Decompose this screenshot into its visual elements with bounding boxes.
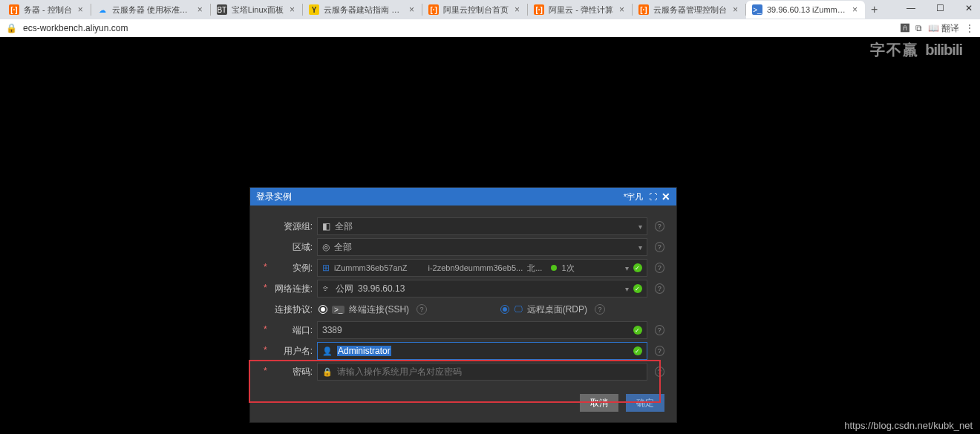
dialog-title: 登录实例 xyxy=(256,191,624,203)
tab-bar: [·]务器 - 控制台× ☁云服务器 使用标准登录方式× BT宝塔Linux面板… xyxy=(0,0,980,19)
close-icon[interactable]: × xyxy=(76,4,85,15)
help-icon[interactable]: ? xyxy=(655,221,664,231)
close-icon[interactable]: × xyxy=(196,4,204,15)
input-password[interactable]: 🔒 xyxy=(317,363,647,381)
address-bar: 🔒 ecs-workbench.aliyun.com 🅰 ⧉ 📖 翻译 ⋮ xyxy=(0,19,980,37)
radio-label: 远程桌面(RDP) xyxy=(527,303,587,316)
page-content: 字不羸 bilibili https://blog.csdn.net/kubk_… xyxy=(0,37,980,434)
network-ip: 39.96.60.13 xyxy=(358,283,405,294)
row-instance: *实例: ⊞ iZummm36eb57anZ i-2zebn9deummm36e… xyxy=(262,257,664,278)
row-resource-group: 资源组: ◧ 全部 ▾ ? xyxy=(262,216,664,237)
close-window-button[interactable]: ✕ xyxy=(961,1,977,15)
password-field[interactable] xyxy=(337,366,642,377)
tab-5[interactable]: [·]阿里云 - 弹性计算× xyxy=(528,1,632,19)
expand-icon[interactable]: ⛶ xyxy=(649,192,657,201)
tab-0[interactable]: [·]务器 - 控制台× xyxy=(3,1,91,19)
radio-ssh[interactable]: >_ 终端连接(SSH) ? xyxy=(318,303,427,316)
label-instance: *实例: xyxy=(262,262,317,274)
dialog-header: 登录实例 *宇凡 ⛶ ✕ xyxy=(250,188,676,206)
port-field[interactable] xyxy=(322,325,642,335)
maximize-button[interactable]: ☐ xyxy=(932,1,949,15)
instance-region: 北... xyxy=(527,263,542,274)
windows-icon: ⊞ xyxy=(322,263,330,273)
url-text[interactable]: ecs-workbench.aliyun.com xyxy=(23,23,895,33)
input-username[interactable]: 👤 Administrator ✓ xyxy=(317,342,647,360)
radio-rdp[interactable]: 🖵 远程桌面(RDP) ? xyxy=(500,303,605,316)
ok-button[interactable]: 确定 xyxy=(626,394,664,412)
watermark-bottom: https://blog.csdn.net/kubk_net xyxy=(844,420,973,431)
help-icon[interactable]: ? xyxy=(655,366,664,377)
dialog-body: 资源组: ◧ 全部 ▾ ? 区域: ◎ 全部 ▾ xyxy=(250,206,676,387)
wifi-icon: ᯤ xyxy=(322,283,331,294)
desktop-icon: 🖵 xyxy=(514,304,523,315)
minimize-button[interactable]: — xyxy=(902,1,920,15)
check-icon: ✓ xyxy=(633,263,642,272)
tab-label: 宝塔Linux面板 xyxy=(232,4,284,16)
select-network[interactable]: ᯤ 公网 39.96.60.13 ▾ ✓ xyxy=(317,280,647,297)
lock-icon: 🔒 xyxy=(322,367,333,377)
chevron-down-icon: ▾ xyxy=(625,264,629,272)
dialog-close-icon[interactable]: ✕ xyxy=(662,191,670,203)
reader-icon[interactable]: 📖 翻译 xyxy=(928,22,959,35)
window-controls: — ☐ ✕ xyxy=(902,1,977,15)
header-author[interactable]: *宇凡 xyxy=(624,191,643,203)
close-icon[interactable]: × xyxy=(851,4,859,15)
help-icon[interactable]: ? xyxy=(595,304,605,315)
tab-label: 云服务器管理控制台 xyxy=(653,4,727,16)
tab-2[interactable]: BT宝塔Linux面板× xyxy=(211,1,302,19)
row-password: *密码: 🔒 ? xyxy=(262,361,664,382)
translate-icon[interactable]: 🅰 xyxy=(901,23,909,33)
location-icon: ◎ xyxy=(322,242,330,252)
help-icon[interactable]: ? xyxy=(655,283,664,294)
radio-label: 终端连接(SSH) xyxy=(349,303,409,316)
favicon: [·] xyxy=(9,4,19,15)
bilibili-logo: bilibili xyxy=(925,42,962,59)
chevron-down-icon: ▾ xyxy=(638,223,642,231)
tab-1[interactable]: ☁云服务器 使用标准登录方式× xyxy=(91,1,210,19)
label-username: *用户名: xyxy=(262,345,317,358)
tab-4[interactable]: [·]阿里云控制台首页× xyxy=(422,1,527,19)
select-value: 全部 xyxy=(335,220,353,233)
status-dot-icon xyxy=(551,265,557,271)
row-port: *端口: ✓ ? xyxy=(262,320,664,341)
tab-7-active[interactable]: >_39.96.60.13 iZummm36e× xyxy=(746,1,865,19)
select-region[interactable]: ◎ 全部 ▾ xyxy=(317,238,647,256)
select-instance[interactable]: ⊞ iZummm36eb57anZ i-2zebn9deummm36eb5...… xyxy=(317,259,647,277)
watermark-top: 字不羸 bilibili xyxy=(870,40,962,60)
radio-icon xyxy=(318,305,327,314)
tab-label: 务器 - 控制台 xyxy=(24,4,72,16)
help-icon[interactable]: ? xyxy=(655,263,664,273)
favicon: Y xyxy=(309,4,319,15)
login-dialog: 登录实例 *宇凡 ⛶ ✕ 资源组: ◧ 全部 ▾ ? 区域: xyxy=(249,187,677,423)
close-icon[interactable]: × xyxy=(513,4,521,15)
help-icon[interactable]: ? xyxy=(655,242,664,252)
terminal-icon: >_ xyxy=(332,306,344,314)
share-icon[interactable]: ⧉ xyxy=(915,23,922,33)
select-resource-group[interactable]: ◧ 全部 ▾ xyxy=(317,217,647,235)
close-icon[interactable]: × xyxy=(731,4,739,15)
close-icon[interactable]: × xyxy=(408,4,416,15)
username-field[interactable]: Administrator xyxy=(337,346,391,356)
network-type: 公网 xyxy=(336,283,353,295)
user-icon: 👤 xyxy=(322,346,333,356)
new-tab-button[interactable]: + xyxy=(865,3,883,16)
check-icon: ✓ xyxy=(633,326,642,335)
label-resource-group: 资源组: xyxy=(262,220,317,233)
watermark-label: 字不羸 xyxy=(870,40,919,60)
help-icon[interactable]: ? xyxy=(655,346,664,356)
close-icon[interactable]: × xyxy=(618,4,626,15)
help-icon[interactable]: ? xyxy=(655,325,664,335)
help-icon[interactable]: ? xyxy=(416,304,427,315)
radio-icon xyxy=(500,305,509,314)
input-port[interactable]: ✓ xyxy=(317,321,647,339)
instance-id: i-2zebn9deummm36eb5... xyxy=(428,263,523,272)
tab-3[interactable]: Y云服务器建站指南 yun3.cc× xyxy=(303,1,422,19)
menu-icon[interactable]: ⋮ xyxy=(965,23,974,33)
favicon: [·] xyxy=(534,4,544,15)
cancel-button[interactable]: 取消 xyxy=(580,394,618,412)
site-secure-icon[interactable]: 🔒 xyxy=(6,23,17,33)
tab-6[interactable]: [·]云服务器管理控制台× xyxy=(633,1,745,19)
favicon: [·] xyxy=(638,4,649,15)
select-value: 全部 xyxy=(334,241,352,254)
close-icon[interactable]: × xyxy=(288,4,296,15)
